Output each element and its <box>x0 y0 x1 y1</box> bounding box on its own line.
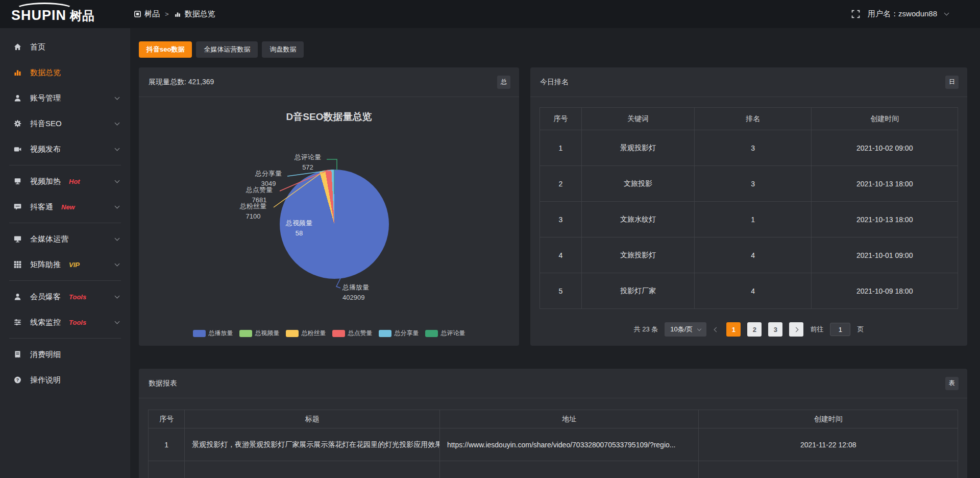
tab-bar: 抖音seo数据 全媒体运营数据 询盘数据 <box>139 41 967 58</box>
bar-chart-icon <box>13 68 22 77</box>
sidebar-item-video-heat[interactable]: 视频加热 Hot <box>0 169 130 194</box>
video-camera-icon <box>13 145 22 154</box>
top-panels-row: 展现量总数: 421,369 总 D音SEO数据量总览 总评论量572 总分 <box>139 67 967 346</box>
tab-omni-media-data[interactable]: 全媒体运营数据 <box>196 41 258 58</box>
tools-tag: Tools <box>69 293 86 301</box>
sidebar-item-home[interactable]: 首页 <box>0 34 130 60</box>
today-ranking-panel: 今日排名 日 序号 关键词 排名 创建时间 1 景观投影灯 3 2021-10-… <box>530 67 967 346</box>
sidebar-item-lead-monitor[interactable]: 线索监控 Tools <box>0 309 130 335</box>
table-header-row: 序号 标题 地址 创建时间 <box>149 410 958 428</box>
legend-swatch <box>286 330 299 337</box>
tab-inquiry-data[interactable]: 询盘数据 <box>262 41 304 58</box>
legend-item-plays[interactable]: 总播放量 <box>193 329 233 338</box>
pie-label-fans: 总粉丝量7100 <box>234 201 273 221</box>
page-button-3[interactable]: 3 <box>768 322 782 337</box>
sidebar-item-label: 会员爆客 <box>30 292 61 302</box>
breadcrumb: 树品 > 数据总览 <box>134 9 215 19</box>
page-button-1[interactable]: 1 <box>726 322 741 337</box>
table-row: 4 文旅投影灯 4 2021-10-01 09:00 <box>540 237 958 273</box>
prev-page-button[interactable] <box>713 328 720 331</box>
ranking-panel-header: 今日排名 日 <box>530 67 967 97</box>
table-row: 3 文旅水纹灯 1 2021-10-13 18:00 <box>540 202 958 237</box>
sliders-icon <box>13 318 22 327</box>
video-link[interactable]: https://www.iesdouyin.com/share/video/70… <box>439 428 699 461</box>
chevron-down-icon <box>115 236 120 241</box>
chevron-down-icon <box>115 146 120 151</box>
sidebar-item-doukotong[interactable]: 抖客通 New <box>0 194 130 220</box>
col-keyword: 关键词 <box>581 108 694 130</box>
breadcrumb-item-current: 数据总览 <box>185 9 215 19</box>
table-row: 1 景观投影灯 3 2021-10-02 09:00 <box>540 130 958 166</box>
sidebar-item-video-publish[interactable]: 视频发布 <box>0 136 130 162</box>
sidebar-divider <box>9 280 121 281</box>
total-view-button[interactable]: 总 <box>497 76 510 89</box>
col-created: 创建时间 <box>812 108 958 130</box>
legend-item-comments[interactable]: 总评论量 <box>425 329 465 338</box>
legend-item-likes[interactable]: 总点赞量 <box>332 329 373 338</box>
question-icon: ? <box>13 376 22 385</box>
table-row-partial <box>149 461 958 478</box>
pie-label-plays: 总播放量402909 <box>342 282 386 302</box>
gear-icon <box>13 119 22 128</box>
page-size-select[interactable]: 10条/页 <box>665 322 706 337</box>
table-view-button[interactable]: 表 <box>945 377 959 390</box>
username[interactable]: 用户名：zswodun88 <box>868 9 937 19</box>
sidebar-item-douyin-seo[interactable]: 抖音SEO <box>0 111 130 136</box>
ranking-table: 序号 关键词 排名 创建时间 1 景观投影灯 3 2021-10-02 09:0… <box>540 107 958 309</box>
goto-unit: 页 <box>857 325 864 334</box>
next-page-button[interactable] <box>789 322 803 337</box>
report-panel-header: 数据报表 表 <box>139 369 967 398</box>
sidebar-item-data-overview[interactable]: 数据总览 <box>0 60 130 85</box>
sidebar-divider <box>9 165 121 165</box>
day-view-button[interactable]: 日 <box>945 76 959 89</box>
sidebar-item-account[interactable]: 账号管理 <box>0 85 130 111</box>
col-rank: 排名 <box>695 108 812 130</box>
page-button-2[interactable]: 2 <box>747 322 762 337</box>
pie-chart-area: D音SEO数据量总览 总评论量572 总分享量3049 总点赞量7681 <box>139 97 519 345</box>
sidebar-item-label: 视频发布 <box>30 145 61 154</box>
sidebar-item-matrix-boost[interactable]: 矩阵助推 VIP <box>0 252 130 277</box>
seo-chart-panel: 展现量总数: 421,369 总 D音SEO数据量总览 总评论量572 总分 <box>139 67 519 346</box>
logo[interactable]: SHUPIN 树品 <box>0 0 130 28</box>
sidebar-item-label: 全媒体运营 <box>30 234 68 244</box>
col-created: 创建时间 <box>699 410 958 428</box>
legend-item-fans[interactable]: 总粉丝量 <box>286 329 326 338</box>
sidebar-divider <box>9 338 121 339</box>
fullscreen-icon[interactable] <box>851 10 860 18</box>
col-index: 序号 <box>540 108 582 130</box>
sidebar-item-consume-detail[interactable]: 消费明细 <box>0 342 130 367</box>
legend-item-videos[interactable]: 总视频量 <box>239 329 280 338</box>
topbar: SHUPIN 树品 树品 > 数据总览 用户名：zswodun88 <box>0 0 980 28</box>
chevron-down-icon <box>115 261 120 267</box>
grid-icon <box>13 260 22 269</box>
goto-label: 前往 <box>810 325 823 334</box>
logo-text-cn: 树品 <box>70 8 94 24</box>
impressions-total-label: 展现量总数: 421,369 <box>149 78 214 87</box>
breadcrumb-item-root[interactable]: 树品 <box>144 9 160 19</box>
pie-label-videos: 总视频量58 <box>281 218 317 238</box>
tab-douyin-seo-data[interactable]: 抖音seo数据 <box>139 41 192 58</box>
monitor-icon <box>13 235 22 244</box>
goto-page-input[interactable] <box>830 323 850 336</box>
sidebar: 首页 数据总览 账号管理 抖音SEO 视频发布 视频加热 Hot <box>0 28 130 478</box>
app-square-icon <box>134 11 141 17</box>
legend-swatch <box>379 330 391 337</box>
ranking-title: 今日排名 <box>540 78 569 87</box>
sidebar-item-member-blast[interactable]: 会员爆客 Tools <box>0 284 130 309</box>
sidebar-item-help[interactable]: ? 操作说明 <box>0 367 130 393</box>
sidebar-item-label: 视频加热 <box>30 177 61 186</box>
tools-tag: Tools <box>69 319 86 326</box>
data-report-panel: 数据报表 表 序号 标题 地址 创建时间 1 景观投影灯，夜游景观投影灯厂家展示… <box>139 369 967 478</box>
sidebar-item-label: 首页 <box>30 42 45 52</box>
sidebar-item-label: 线索监控 <box>30 318 61 327</box>
legend-swatch <box>425 330 438 337</box>
chevron-down-icon <box>115 178 120 183</box>
col-url: 地址 <box>439 410 699 428</box>
main-content: 抖音seo数据 全媒体运营数据 询盘数据 展现量总数: 421,369 总 D音… <box>130 28 980 478</box>
pagination: 共 23 条 10条/页 1 2 3 前往 页 <box>530 322 967 337</box>
legend-item-shares[interactable]: 总分享量 <box>379 329 419 338</box>
report-title: 数据报表 <box>149 379 177 388</box>
sidebar-item-omni-media[interactable]: 全媒体运营 <box>0 226 130 252</box>
table-row: 5 投影灯厂家 4 2021-10-09 18:00 <box>540 273 958 309</box>
sidebar-item-label: 抖音SEO <box>30 119 62 129</box>
